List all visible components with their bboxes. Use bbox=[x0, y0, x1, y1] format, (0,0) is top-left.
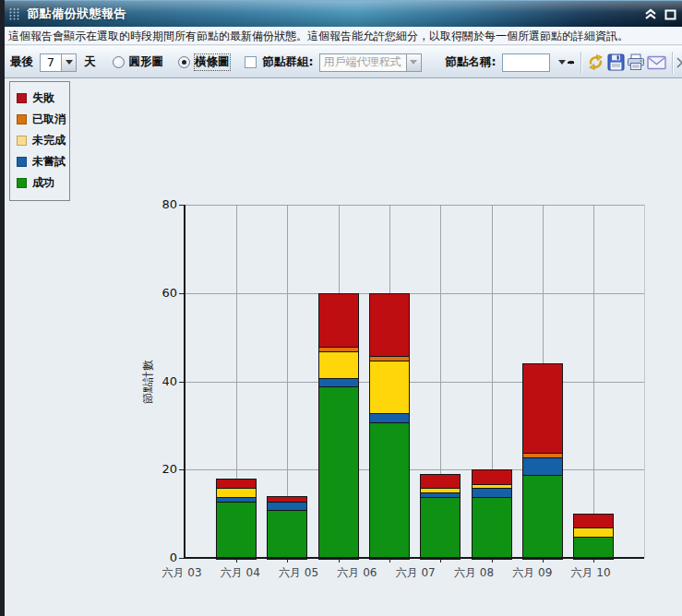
x-category-label: 六月 03 bbox=[150, 565, 214, 581]
legend-swatch-incomplete bbox=[17, 136, 27, 146]
legend-label-not-attempted: 未嘗試 bbox=[32, 154, 66, 170]
bar-segment-success[interactable] bbox=[268, 510, 306, 559]
y-gridline-80 bbox=[185, 205, 644, 206]
collapse-icon[interactable] bbox=[644, 8, 657, 20]
y-tick-label: 80 bbox=[148, 197, 177, 211]
bar-segment-success[interactable] bbox=[319, 386, 358, 559]
drag-grip-icon[interactable] bbox=[9, 7, 19, 20]
node-name-input[interactable] bbox=[502, 53, 550, 72]
legend-label-failed: 失敗 bbox=[32, 90, 54, 106]
bar-六月 05[interactable] bbox=[318, 293, 359, 560]
bar-segment-incomplete[interactable] bbox=[217, 488, 256, 497]
chart-legend: 失敗已取消未完成未嘗試成功 bbox=[9, 81, 70, 201]
bar-六月 04[interactable] bbox=[267, 496, 307, 560]
days-unit-label: 天 bbox=[84, 54, 96, 70]
bar-chart-radio[interactable] bbox=[178, 56, 190, 68]
bar-六月 06[interactable] bbox=[369, 293, 410, 560]
legend-item-cancelled: 已取消 bbox=[17, 109, 69, 130]
x-category-label: 六月 05 bbox=[267, 565, 331, 581]
bar-segment-success[interactable] bbox=[421, 497, 460, 559]
x-category-label: 六月 07 bbox=[383, 565, 448, 581]
x-axis-tick bbox=[389, 559, 390, 563]
bar-chart-radio-label[interactable]: 橫條圖 bbox=[195, 54, 230, 70]
x-axis-tick bbox=[287, 559, 288, 563]
bar-segment-success[interactable] bbox=[523, 475, 562, 559]
bar-六月 09[interactable] bbox=[522, 363, 563, 560]
bar-六月 08[interactable] bbox=[472, 469, 512, 560]
bar-六月 03[interactable] bbox=[216, 479, 257, 560]
y-tick-label: 0 bbox=[148, 551, 177, 564]
title-bar: 節點備份狀態報告 bbox=[0, 0, 682, 27]
legend-swatch-failed bbox=[17, 93, 27, 103]
bar-segment-failed[interactable] bbox=[473, 470, 511, 483]
bar-segment-failed[interactable] bbox=[370, 294, 409, 356]
node-group-checkbox[interactable] bbox=[245, 56, 257, 68]
y-axis-line bbox=[184, 205, 185, 558]
x-axis-tick bbox=[236, 559, 237, 563]
legend-label-cancelled: 已取消 bbox=[32, 112, 66, 127]
x-gridline bbox=[593, 205, 594, 558]
bar-segment-incomplete[interactable] bbox=[370, 361, 409, 413]
toolbar-overflow-icon[interactable] bbox=[566, 53, 578, 73]
bar-六月 10[interactable] bbox=[573, 514, 614, 560]
bar-segment-not-attempted[interactable] bbox=[523, 457, 562, 475]
y-tick-label: 20 bbox=[148, 462, 177, 476]
node-group-combo: 用戶端代理程式 bbox=[319, 53, 422, 72]
bar-segment-success[interactable] bbox=[217, 502, 256, 559]
restore-icon[interactable] bbox=[664, 9, 676, 20]
node-name-label: 節點名稱: bbox=[446, 54, 497, 70]
legend-swatch-success bbox=[17, 178, 27, 188]
node-name-dropdown-icon[interactable] bbox=[558, 60, 566, 65]
window-left-border bbox=[0, 0, 5, 616]
bar-segment-failed[interactable] bbox=[217, 480, 256, 489]
days-dropdown-button[interactable] bbox=[61, 53, 77, 72]
y-gridline-40 bbox=[185, 382, 644, 383]
bar-segment-not-attempted[interactable] bbox=[319, 378, 358, 387]
bar-segment-incomplete[interactable] bbox=[574, 527, 613, 537]
legend-item-not-attempted: 未嘗試 bbox=[17, 151, 69, 172]
bar-segment-failed[interactable] bbox=[421, 475, 460, 488]
legend-swatch-cancelled bbox=[17, 114, 27, 124]
plot-right-border bbox=[644, 205, 645, 558]
bar-segment-not-attempted[interactable] bbox=[473, 488, 511, 497]
refresh-icon[interactable] bbox=[585, 52, 605, 74]
pie-chart-radio[interactable] bbox=[113, 56, 125, 68]
x-axis-tick bbox=[543, 559, 544, 563]
legend-item-success: 成功 bbox=[17, 172, 69, 194]
days-combo[interactable]: 7 bbox=[40, 53, 77, 72]
toolbar-next-group-icon[interactable] bbox=[676, 55, 682, 70]
bar-segment-success[interactable] bbox=[370, 422, 409, 559]
bar-segment-success[interactable] bbox=[574, 537, 613, 559]
x-category-label: 六月 08 bbox=[442, 565, 507, 581]
bar-segment-not-attempted[interactable] bbox=[268, 502, 306, 511]
last-label: 最後 bbox=[10, 54, 33, 70]
legend-label-success: 成功 bbox=[32, 175, 54, 191]
y-gridline-20 bbox=[185, 469, 644, 470]
email-icon[interactable] bbox=[646, 52, 666, 74]
days-value[interactable]: 7 bbox=[40, 53, 61, 72]
bar-segment-success[interactable] bbox=[473, 497, 511, 559]
bar-segment-failed[interactable] bbox=[574, 515, 613, 527]
node-group-label: 節點群組: bbox=[263, 54, 314, 70]
bar-segment-incomplete[interactable] bbox=[319, 351, 358, 378]
pie-chart-radio-label[interactable]: 圓形圖 bbox=[129, 54, 164, 70]
node-group-dropdown-button bbox=[406, 53, 422, 72]
bar-segment-failed[interactable] bbox=[319, 294, 358, 347]
print-icon[interactable] bbox=[626, 52, 646, 74]
x-category-label: 六月 10 bbox=[558, 565, 623, 581]
x-category-label: 六月 06 bbox=[325, 565, 389, 581]
bar-chart: 020406080六月 03六月 04六月 05六月 06六月 07六月 08六… bbox=[0, 78, 682, 616]
legend-item-incomplete: 未完成 bbox=[17, 130, 69, 151]
save-icon[interactable] bbox=[605, 52, 626, 74]
node-group-value: 用戶端代理程式 bbox=[319, 53, 406, 72]
legend-item-failed: 失敗 bbox=[17, 88, 69, 109]
toolbar: 最後 7 天 圓形圖 橫條圖 節點群組: 用戶端代理程式 節點名稱: bbox=[0, 46, 682, 78]
legend-swatch-not-attempted bbox=[17, 157, 27, 167]
x-category-label: 六月 04 bbox=[208, 565, 272, 581]
bar-六月 07[interactable] bbox=[420, 474, 461, 560]
y-axis-title: 節點計數 bbox=[140, 360, 156, 404]
bar-segment-not-attempted[interactable] bbox=[370, 413, 409, 422]
x-axis-line bbox=[184, 557, 644, 559]
report-description: 這個報告會顯示在選取的時段期間所有節點的最新備份狀態。這個報告能允許您細分，以取… bbox=[0, 27, 682, 45]
bar-segment-failed[interactable] bbox=[523, 364, 562, 453]
